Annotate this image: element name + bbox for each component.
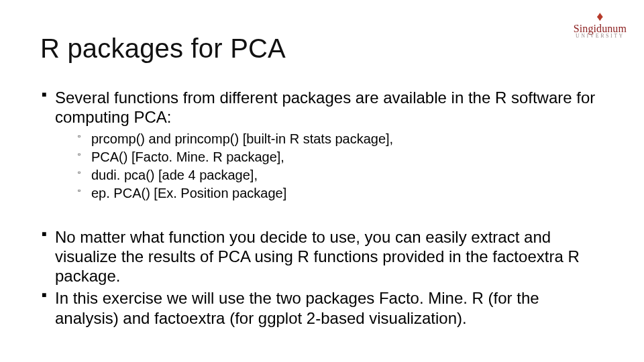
sub-text: PCA() [Facto. Mine. R package], xyxy=(91,149,284,164)
content-list-2: No matter what function you decide to us… xyxy=(40,227,604,328)
sub-item: PCA() [Facto. Mine. R package], xyxy=(78,148,604,166)
slide: ♦ Singidunum UNIVERSITY R packages for P… xyxy=(0,0,644,362)
bullet-intro: Several functions from different package… xyxy=(40,88,604,202)
sub-text: prcomp() and princomp() [built-in R stat… xyxy=(91,131,393,146)
bullet-exercise: In this exercise we will use the two pac… xyxy=(40,288,604,328)
crest-icon: ♦ xyxy=(574,9,627,23)
sub-text: dudi. pca() [ade 4 package], xyxy=(91,168,258,182)
sub-item: dudi. pca() [ade 4 package], xyxy=(78,166,604,184)
bullet-text: No matter what function you decide to us… xyxy=(55,228,580,286)
sub-item: prcomp() and princomp() [built-in R stat… xyxy=(78,130,604,147)
brand-sub: UNIVERSITY xyxy=(574,33,627,39)
bullet-text: In this exercise we will use the two pac… xyxy=(55,289,539,326)
slide-title: R packages for PCA xyxy=(40,34,604,64)
sub-text: ep. PCA() [Ex. Position package] xyxy=(91,186,286,200)
bullet-text: Several functions from different package… xyxy=(55,88,595,126)
spacer xyxy=(40,204,604,227)
content-list: Several functions from different package… xyxy=(40,88,604,202)
university-logo: ♦ Singidunum UNIVERSITY xyxy=(574,9,627,41)
sub-item: ep. PCA() [Ex. Position package] xyxy=(78,184,604,202)
bullet-extract: No matter what function you decide to us… xyxy=(40,227,604,286)
sub-list: prcomp() and princomp() [built-in R stat… xyxy=(78,130,604,202)
